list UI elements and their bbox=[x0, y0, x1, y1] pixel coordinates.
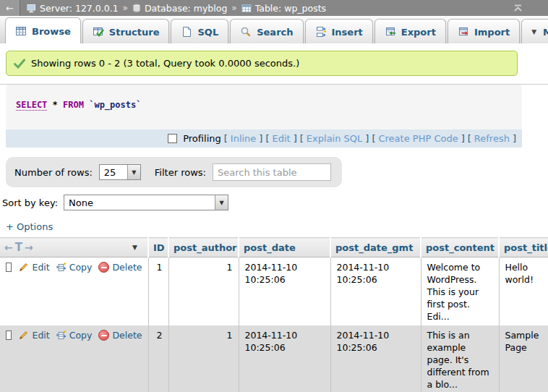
chevron-down-icon: ▼ bbox=[215, 195, 228, 210]
bracket: ] bbox=[259, 133, 262, 144]
collapse-icon bbox=[513, 4, 523, 12]
sql-icon bbox=[181, 26, 192, 38]
tab-structure[interactable]: Structure bbox=[82, 19, 170, 43]
breadcrumb-separator: » bbox=[123, 3, 128, 13]
breadcrumb-table[interactable]: Table: wp_posts bbox=[241, 3, 326, 14]
sort-by-key-value: None bbox=[64, 195, 215, 210]
collapse-panel-button[interactable] bbox=[513, 4, 523, 12]
tab-more[interactable]: ▼ More bbox=[521, 19, 548, 43]
import-icon bbox=[458, 26, 469, 38]
tee-icon: T bbox=[15, 241, 23, 254]
sql-table-identifier: `wp_posts` bbox=[84, 100, 141, 110]
edit-link[interactable]: Edit bbox=[18, 261, 49, 273]
structure-icon bbox=[93, 26, 104, 38]
rows-control-bar: Number of rows: 25 ▼ Filter rows: bbox=[6, 157, 342, 187]
breadcrumb-server[interactable]: Server: 127.0.0.1 bbox=[27, 3, 119, 14]
tab-search[interactable]: Search bbox=[230, 19, 303, 43]
tab-browse[interactable]: Browse bbox=[5, 17, 81, 43]
number-of-rows-value: 25 bbox=[100, 165, 127, 179]
column-header-id[interactable]: ID bbox=[148, 238, 168, 257]
bracket: ] bbox=[461, 133, 465, 144]
tab-export[interactable]: Export bbox=[374, 19, 446, 43]
column-visibility-control[interactable]: ←T→ bbox=[4, 241, 34, 254]
edit-query-link[interactable]: Edit bbox=[273, 133, 291, 144]
cell-post-date: 2014-11-10 10:25:06 bbox=[239, 257, 330, 326]
tab-insert[interactable]: Insert bbox=[305, 19, 373, 43]
arrow-left-icon: ← bbox=[4, 242, 14, 253]
bracket: ] bbox=[365, 133, 369, 144]
breadcrumb-separator: » bbox=[231, 3, 236, 13]
check-icon bbox=[14, 59, 25, 69]
tab-sql[interactable]: SQL bbox=[171, 19, 228, 43]
cell-post-content: This is an example page. It's different … bbox=[421, 325, 499, 392]
delete-icon bbox=[98, 262, 109, 273]
edit-label: Edit bbox=[32, 261, 49, 273]
sort-by-key-select[interactable]: None ▼ bbox=[64, 195, 228, 210]
cell-id: 1 bbox=[148, 257, 168, 326]
sql-keyword-select[interactable]: SELECT bbox=[16, 100, 47, 111]
breadcrumb: Server: 127.0.0.1 » Database: myblog » T… bbox=[27, 3, 326, 14]
tab-import-label: Import bbox=[474, 27, 510, 38]
breadcrumb-database-label: Database: myblog bbox=[145, 3, 227, 14]
sort-dropdown-icon[interactable]: ▼ bbox=[132, 244, 137, 251]
tab-search-label: Search bbox=[257, 27, 293, 38]
tab-import[interactable]: Import bbox=[448, 19, 520, 43]
number-of-rows-label: Number of rows: bbox=[14, 167, 93, 178]
bracket: ] bbox=[294, 133, 297, 144]
options-toggle[interactable]: + Options bbox=[6, 221, 548, 232]
refresh-link[interactable]: Refresh bbox=[474, 133, 510, 144]
search-icon bbox=[240, 26, 252, 38]
column-header-post-content[interactable]: post_content bbox=[421, 238, 499, 257]
sql-query-box: SELECT * FROM `wp_posts` bbox=[6, 85, 522, 129]
row-select-checkbox[interactable] bbox=[6, 263, 12, 272]
pencil-icon bbox=[18, 330, 29, 341]
number-of-rows-select[interactable]: 25 ▼ bbox=[99, 164, 141, 180]
tab-insert-label: Insert bbox=[332, 27, 363, 38]
column-header-post-date[interactable]: post_date bbox=[239, 238, 330, 257]
action-column-header: ←T→ ▼ bbox=[0, 238, 148, 257]
cell-post-author: 1 bbox=[168, 325, 239, 392]
bracket: [ bbox=[468, 133, 471, 144]
tab-browse-label: Browse bbox=[32, 26, 71, 37]
delete-link[interactable]: Delete bbox=[98, 329, 142, 341]
copy-link[interactable]: Copy bbox=[56, 261, 93, 273]
column-header-post-date-gmt[interactable]: post_date_gmt bbox=[330, 238, 421, 257]
server-icon bbox=[27, 4, 36, 13]
cell-id: 2 bbox=[148, 325, 168, 392]
tab-bar: Browse Structure SQL Search Insert Expor… bbox=[0, 16, 548, 43]
sort-by-key-label: Sort by key: bbox=[2, 197, 58, 208]
copy-label: Copy bbox=[69, 329, 93, 341]
bracket: [ bbox=[265, 133, 269, 144]
tab-structure-label: Structure bbox=[109, 27, 160, 38]
explain-sql-link[interactable]: Explain SQL bbox=[307, 133, 362, 144]
column-header-post-title[interactable]: post_title bbox=[499, 238, 548, 257]
copy-icon bbox=[56, 331, 67, 341]
sql-keyword-from: FROM bbox=[63, 100, 84, 110]
delete-link[interactable]: Delete bbox=[98, 261, 142, 273]
database-icon bbox=[132, 4, 141, 13]
column-header-post-author[interactable]: post_author bbox=[168, 238, 239, 257]
edit-link[interactable]: Edit bbox=[18, 329, 49, 341]
profiling-checkbox[interactable] bbox=[168, 134, 177, 143]
table-row: Edit Copy Delete 2 1 2014-11-10 10:25:06… bbox=[0, 325, 548, 392]
create-php-code-link[interactable]: Create PHP Code bbox=[378, 133, 458, 144]
inline-link[interactable]: Inline bbox=[231, 133, 257, 144]
sort-row: Sort by key: None ▼ bbox=[2, 195, 548, 210]
breadcrumb-database[interactable]: Database: myblog bbox=[132, 3, 227, 14]
bracket: [ bbox=[224, 133, 228, 144]
cell-post-content: Welcome to WordPress. This is your first… bbox=[421, 257, 499, 326]
table-row: Edit Copy Delete 1 1 2014-11-10 10:25:06… bbox=[0, 257, 548, 326]
tab-more-label: More bbox=[543, 27, 548, 38]
breadcrumb-server-label: Server: 127.0.0.1 bbox=[40, 3, 119, 14]
cell-post-title: Sample Page bbox=[499, 325, 548, 392]
copy-link[interactable]: Copy bbox=[56, 329, 93, 341]
export-icon bbox=[385, 26, 396, 38]
results-table-wrapper: ←T→ ▼ ID post_author post_date post_date… bbox=[0, 237, 548, 392]
back-button[interactable]: ← bbox=[0, 0, 20, 16]
filter-rows-input[interactable] bbox=[213, 163, 331, 181]
browse-icon bbox=[15, 25, 27, 37]
bracket: [ bbox=[300, 133, 304, 144]
delete-label: Delete bbox=[112, 329, 142, 341]
row-select-checkbox[interactable] bbox=[6, 331, 12, 340]
bracket: [ bbox=[372, 133, 375, 144]
